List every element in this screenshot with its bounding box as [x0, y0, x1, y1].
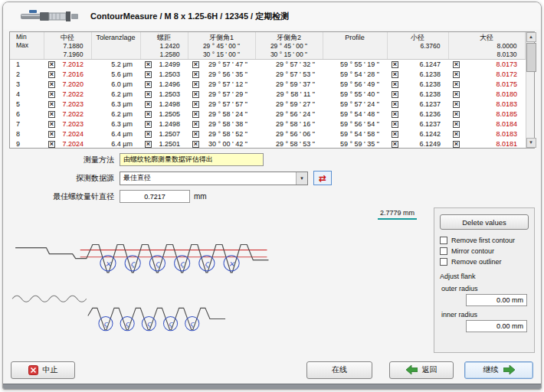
scroll-down-icon[interactable]: ▼ [526, 138, 536, 148]
option-row[interactable]: Remove first contour [440, 237, 529, 244]
checkbox-icon[interactable]: × [453, 111, 460, 118]
checkbox-icon[interactable]: × [145, 61, 152, 68]
table-row[interactable]: 6 ×7.2022 6.2 µm ×1.2505 ×29 ° 58 ' 24 "… [10, 109, 525, 119]
table-row[interactable]: 1 ×7.2012 5.2 µm ×1.2499 ×29 ° 57 ' 47 "… [10, 60, 525, 70]
checkbox-icon[interactable]: × [145, 131, 152, 138]
pin-diameter-field[interactable] [120, 190, 190, 203]
checkbox-icon[interactable]: × [392, 141, 398, 148]
abort-button[interactable]: 中止 [11, 361, 75, 379]
cell-profile: 59 ° 59 ' 35 " [323, 139, 387, 149]
checkbox-icon[interactable]: × [48, 101, 55, 108]
checkbox-icon[interactable] [440, 237, 447, 244]
checkbox-icon[interactable]: × [48, 81, 55, 88]
checkbox-icon[interactable]: × [453, 91, 460, 98]
contour-options-panel: Delete values Remove first contour Mirro… [434, 207, 535, 353]
checkbox-icon[interactable]: × [453, 71, 460, 78]
checkbox-icon[interactable]: × [392, 101, 398, 108]
page-title: ContourMeasure / M 8 x 1.25-6H / 12345 /… [90, 11, 289, 22]
checkbox-icon[interactable]: × [453, 141, 460, 148]
checkbox-icon[interactable]: × [145, 141, 152, 148]
checkbox-icon[interactable]: × [453, 101, 460, 108]
checkbox-icon[interactable]: × [48, 131, 55, 138]
checkbox-icon[interactable]: × [145, 111, 152, 118]
cell-minor-diameter: ×6.1237 [387, 100, 448, 109]
checkbox-icon[interactable]: × [192, 111, 199, 118]
column-header-profile: Profile [323, 32, 387, 60]
chevron-down-icon[interactable]: ▼ [296, 172, 307, 185]
outer-radius-field[interactable] [466, 294, 527, 306]
checkbox-icon[interactable]: × [192, 141, 199, 148]
checkbox-icon[interactable]: × [192, 81, 199, 88]
cell-pitch: ×1.2496 [140, 80, 188, 90]
back-button[interactable]: 返回 [389, 361, 454, 379]
checkbox-icon[interactable]: × [192, 61, 199, 68]
checkbox-icon[interactable]: × [192, 101, 199, 108]
checkbox-icon[interactable]: × [145, 91, 152, 98]
checkbox-icon[interactable]: × [392, 81, 398, 88]
checkbox-icon[interactable]: × [48, 111, 55, 118]
checkbox-icon[interactable]: × [48, 61, 55, 68]
checkbox-icon[interactable]: × [48, 141, 55, 148]
method-field[interactable] [120, 153, 264, 166]
cell-flank-angle-1: ×29 ° 58 ' 52 " [188, 129, 255, 139]
table-row[interactable]: 4 ×7.2022 6.2 µm ×1.2503 ×29 ° 57 ' 29 "… [10, 90, 525, 100]
checkbox-icon[interactable]: × [145, 101, 152, 108]
cell-major-diameter: ×8.0175 [448, 80, 525, 90]
table-row[interactable]: 8 ×7.2024 6.4 µm ×1.2507 ×29 ° 58 ' 52 "… [10, 129, 525, 139]
checkbox-icon[interactable]: × [392, 71, 398, 78]
checkbox-icon[interactable]: × [392, 131, 398, 138]
table-row[interactable]: 5 ×7.2023 6.3 µm ×1.2498 ×29 ° 57 ' 57 "… [10, 100, 525, 109]
checkbox-icon[interactable] [440, 247, 447, 255]
cell-pitch-diameter: ×7.2023 [44, 119, 91, 129]
table-header-row: Min Max 中径 7.1880 7.1960 Toleranzlage 螺距… [10, 32, 525, 60]
online-button[interactable]: 在线 [306, 361, 372, 379]
table-scrollbar[interactable]: ▲ ▼ [526, 32, 535, 148]
row-index: 2 [16, 70, 20, 78]
continue-button[interactable]: 继续 [464, 361, 533, 379]
cell-flank-angle-2: 29 ° 57 ' 32 " [255, 60, 323, 70]
cell-flank-angle-1: ×29 ° 57 ' 12 " [188, 80, 255, 90]
cell-minor-diameter: ×6.1238 [387, 80, 448, 90]
checkbox-icon[interactable]: × [192, 121, 199, 128]
red-x-icon [28, 365, 38, 375]
checkbox-icon[interactable]: × [48, 91, 55, 98]
checkbox-icon[interactable]: × [145, 81, 152, 88]
checkbox-icon[interactable]: × [192, 91, 199, 98]
recalculate-button[interactable]: ⇄ [313, 171, 332, 185]
table-row[interactable]: 3 ×7.2020 6.0 µm ×1.2496 ×29 ° 57 ' 12 "… [10, 80, 525, 90]
checkbox-icon[interactable]: × [453, 61, 460, 68]
option-row[interactable]: Mirror contour [440, 247, 529, 255]
table-row[interactable]: 9 ×7.2024 6.4 µm ×1.2501 ×30 ° 00 ' 42 "… [10, 139, 525, 149]
checkbox-icon[interactable]: × [392, 91, 398, 98]
checkbox-icon[interactable]: × [453, 81, 460, 88]
cell-tolerance: 5.6 µm [91, 70, 140, 80]
source-select[interactable]: 最佳直径 ▼ [120, 172, 308, 185]
scrollbar-thumb[interactable] [526, 43, 536, 72]
cell-tolerance: 6.4 µm [91, 129, 140, 139]
table-row[interactable]: 7 ×7.2023 6.3 µm ×1.2498 ×29 ° 58 ' 38 "… [10, 119, 525, 129]
checkbox-icon[interactable]: × [192, 71, 199, 78]
checkbox-icon[interactable]: × [145, 121, 152, 128]
checkbox-icon[interactable]: × [392, 121, 398, 128]
checkbox-icon[interactable]: × [145, 71, 152, 78]
outer-radius-label: outer radius [441, 285, 529, 292]
checkbox-icon[interactable]: × [48, 71, 55, 78]
row-index: 1 [16, 60, 20, 68]
option-row[interactable]: Remove outliner [440, 258, 529, 266]
checkbox-icon[interactable]: × [48, 121, 55, 128]
inner-radius-field[interactable] [466, 320, 527, 332]
checkbox-icon[interactable] [440, 258, 447, 266]
checkbox-icon[interactable]: × [392, 61, 398, 68]
scroll-up-icon[interactable]: ▲ [526, 32, 536, 42]
checkbox-icon[interactable]: × [453, 121, 460, 128]
checkbox-icon[interactable]: × [192, 131, 199, 138]
checkbox-icon[interactable]: × [453, 131, 460, 138]
cell-flank-angle-2: 29 ° 58 ' 53 " [255, 139, 323, 149]
table-row[interactable]: 2 ×7.2016 5.6 µm ×1.2503 ×29 ° 56 ' 35 "… [10, 70, 525, 80]
micrometer-icon [20, 8, 80, 24]
checkbox-icon[interactable]: × [392, 111, 398, 118]
adjust-flank-title: Adjust flank [440, 273, 529, 280]
row-index: 6 [16, 110, 20, 118]
cell-pitch: ×1.2498 [140, 119, 188, 129]
delete-values-button[interactable]: Delete values [440, 214, 529, 230]
